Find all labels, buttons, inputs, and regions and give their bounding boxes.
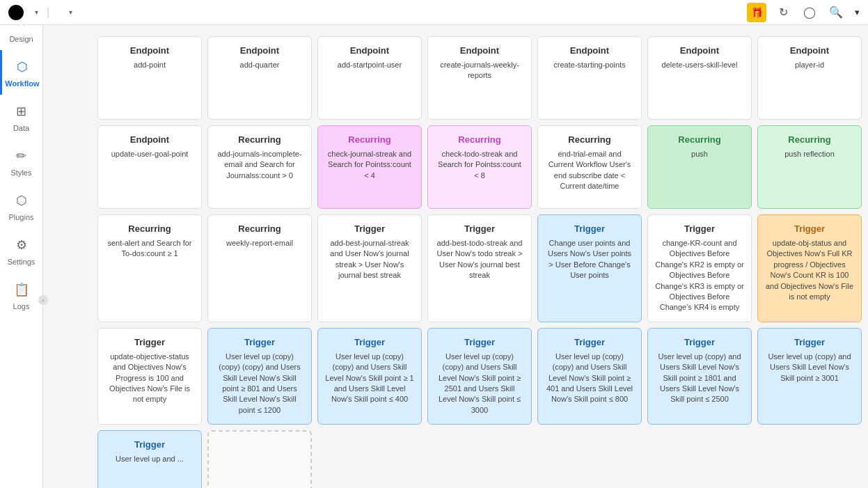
workflow-card-23[interactable]: TriggerUser level up (copy) (copy) and U… [317,328,422,425]
plugins-icon: ⬡ [16,193,27,208]
card-type-27: Trigger [794,337,825,347]
sidebar-item-settings[interactable]: ⚙ Settings [0,228,42,273]
card-desc-27: User level up (copy) and Users Skill Lev… [765,352,854,384]
workflow-card-13[interactable]: Recurringpush reflection [757,125,862,209]
card-desc-19: change-KR-count and Objectives Before Ch… [655,238,744,313]
card-type-21: Trigger [134,337,165,347]
card-type-24: Trigger [464,337,495,347]
main-content: Endpointadd-pointEndpointadd-quarterEndp… [86,25,868,488]
workflow-card-27[interactable]: TriggerUser level up (copy) and Users Sk… [757,328,862,425]
workflow-card-14[interactable]: Recurringsent-alert and Search for To-do… [97,214,202,322]
env-chevron-icon: ▾ [855,7,860,17]
sidebar-item-styles[interactable]: ✏ Styles [0,139,42,184]
card-desc-2: add-startpoint-user [338,60,402,70]
workflow-card-3[interactable]: Endpointcreate-journals-weekly-reports [427,36,532,120]
card-desc-17: add-best-todo-streak and User Now's todo… [435,238,524,281]
workflow-card-20[interactable]: Triggerupdate-obj-status and Objectives … [757,214,862,322]
workflow-card-0[interactable]: Endpointadd-point [97,36,202,120]
sidebar-label-data: Data [13,124,29,132]
card-type-15: Recurring [238,223,281,234]
card-type-17: Trigger [464,223,495,234]
card-type-23: Trigger [354,337,385,347]
workflow-card-1[interactable]: Endpointadd-quarter [207,36,312,120]
card-desc-20: update-obj-status and Objectives Now's F… [765,238,854,302]
workflow-card-7[interactable]: Endpointupdate-user-goal-point [97,125,202,209]
card-type-1: Endpoint [240,45,279,56]
workflow-card-18[interactable]: TriggerChange user points and Users Now'… [537,214,642,322]
workflow-card-19[interactable]: Triggerchange-KR-count and Objectives Be… [647,214,752,322]
gift-icon[interactable]: 🎁 [747,3,766,22]
sidebar-expand-icon[interactable]: › [38,295,48,305]
workflow-card-10[interactable]: Recurringcheck-todo-streak and Search fo… [427,125,532,209]
search-icon[interactable]: 🔍 [826,3,846,22]
card-type-2: Endpoint [350,45,389,56]
workflow-card-12[interactable]: Recurringpush [647,125,752,209]
workflow-card-4[interactable]: Endpointcreate-starting-points [537,36,642,120]
sidebar-label-plugins: Plugins [8,213,33,221]
styles-icon: ✏ [16,148,26,164]
sidebar-label-logs: Logs [13,302,30,310]
sidebar-item-logs[interactable]: 📋 Logs › [0,273,42,317]
sidebar-item-data[interactable]: ⊞ Data [0,95,42,139]
topbar: ▾ | ▾ 🎁 ↻ ◯ 🔍 ▾ [0,0,868,25]
card-desc-15: weekly-report-email [226,238,293,249]
card-type-28: Trigger [134,439,165,450]
card-type-6: Endpoint [790,45,829,56]
card-type-26: Trigger [684,337,715,347]
workflow-card-21[interactable]: Triggerupdate-objective-status and Objec… [97,328,202,425]
card-desc-1: add-quarter [240,60,280,70]
workflow-card-2[interactable]: Endpointadd-startpoint-user [317,36,422,120]
card-desc-8: add-journals-incomplete-email and Search… [215,149,304,181]
picker-chevron-icon[interactable]: ▾ [69,8,72,16]
card-type-11: Recurring [568,134,610,145]
workflow-card-9[interactable]: Recurringcheck-journal-streak and Search… [317,125,422,209]
card-type-12: Recurring [678,134,720,145]
card-type-25: Trigger [574,337,605,347]
card-desc-6: player-id [795,60,824,70]
card-type-20: Trigger [794,223,825,234]
sidebar-item-plugins[interactable]: ⬡ Plugins [0,184,42,228]
card-type-8: Recurring [238,134,281,145]
workflow-card-29[interactable] [207,430,312,488]
workflow-card-25[interactable]: TriggerUser level up (copy) (copy) and U… [537,328,642,425]
workflow-card-22[interactable]: TriggerUser level up (copy) (copy) (copy… [207,328,312,425]
environment-selector[interactable]: ▾ [853,7,860,17]
card-desc-0: add-point [134,60,166,70]
workflow-card-11[interactable]: Recurringend-trial-email and Current Wor… [537,125,642,209]
workflow-card-16[interactable]: Triggeradd-best-journal-streak and User … [317,214,422,322]
workflow-card-5[interactable]: Endpointdelete-users-skill-level [647,36,752,120]
refresh-icon[interactable]: ↻ [773,3,793,22]
sidebar-label-workflow: Workflow [5,79,39,88]
card-desc-25: User level up (copy) (copy) and Users Sk… [545,352,634,405]
card-type-22: Trigger [244,337,275,347]
card-desc-11: end-trial-email and Current Workflow Use… [545,149,634,192]
card-desc-26: User level up (copy) and Users Skill Lev… [655,352,744,405]
card-desc-10: check-todo-streak and Search for Pointss… [435,149,524,181]
card-desc-7: update-user-goal-point [111,149,189,159]
card-type-4: Endpoint [570,45,609,56]
workflow-card-8[interactable]: Recurringadd-journals-incomplete-email a… [207,125,312,209]
data-icon: ⊞ [16,104,26,119]
card-desc-22: User level up (copy) (copy) (copy) and U… [215,352,304,416]
settings-icon: ⚙ [16,237,27,253]
workflow-icon: ⬡ [17,59,28,74]
card-desc-28: User level up and ... [116,454,184,464]
undo-icon[interactable]: ◯ [800,3,819,22]
workflow-card-17[interactable]: Triggeradd-best-todo-streak and User Now… [427,214,532,322]
app-logo [8,5,24,20]
card-desc-24: User level up (copy) (copy) and Users Sk… [435,352,524,416]
card-type-16: Trigger [354,223,385,234]
card-type-19: Trigger [684,223,715,234]
sidebar-item-workflow[interactable]: ⬡ Workflow [0,50,42,95]
sidebar-label-design: Design [9,35,33,43]
card-desc-14: sent-alert and Search for To-dos:count ≥… [105,238,194,260]
card-type-14: Recurring [128,223,171,234]
card-type-13: Recurring [788,134,830,145]
title-chevron-icon[interactable]: ▾ [35,8,38,16]
workflow-card-15[interactable]: Recurringweekly-report-email [207,214,312,322]
workflow-card-28[interactable]: TriggerUser level up and ... [97,430,202,488]
workflow-card-26[interactable]: TriggerUser level up (copy) and Users Sk… [647,328,752,425]
workflow-card-6[interactable]: Endpointplayer-id [757,36,862,120]
workflow-grid: Endpointadd-pointEndpointadd-quarterEndp… [97,36,857,488]
workflow-card-24[interactable]: TriggerUser level up (copy) (copy) and U… [427,328,532,425]
